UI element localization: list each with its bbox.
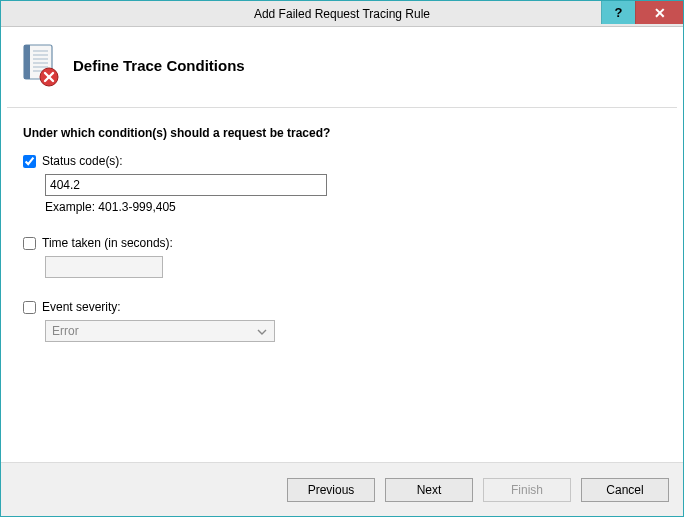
event-severity-value: Error (52, 324, 79, 338)
time-taken-input[interactable] (45, 256, 163, 278)
time-taken-label: Time taken (in seconds): (42, 236, 173, 250)
content-prompt: Under which condition(s) should a reques… (23, 126, 661, 140)
finish-button[interactable]: Finish (483, 478, 571, 502)
titlebar: Add Failed Request Tracing Rule ? ✕ (1, 1, 683, 27)
event-severity-checkbox[interactable] (23, 301, 36, 314)
event-severity-label: Event severity: (42, 300, 121, 314)
chevron-down-icon (254, 324, 270, 338)
svg-rect-1 (24, 45, 30, 79)
status-codes-input[interactable] (45, 174, 327, 196)
wizard-header: Define Trace Conditions (1, 27, 683, 107)
wizard-content: Under which condition(s) should a reques… (1, 108, 683, 462)
wizard-footer: Previous Next Finish Cancel (1, 462, 683, 516)
titlebar-buttons: ? ✕ (601, 1, 683, 26)
status-codes-label: Status code(s): (42, 154, 123, 168)
help-button[interactable]: ? (601, 1, 635, 24)
cancel-button[interactable]: Cancel (581, 478, 669, 502)
event-severity-select[interactable]: Error (45, 320, 275, 342)
time-taken-checkbox[interactable] (23, 237, 36, 250)
status-codes-block: Status code(s): Example: 401.3-999,405 (23, 154, 661, 214)
wizard-icon (19, 43, 59, 87)
previous-button[interactable]: Previous (287, 478, 375, 502)
event-severity-block: Event severity: Error (23, 300, 661, 342)
window-title: Add Failed Request Tracing Rule (1, 7, 683, 21)
close-icon: ✕ (654, 6, 666, 20)
next-button[interactable]: Next (385, 478, 473, 502)
page-title: Define Trace Conditions (73, 57, 245, 74)
time-taken-block: Time taken (in seconds): (23, 236, 661, 278)
wizard-window: Add Failed Request Tracing Rule ? ✕ (0, 0, 684, 517)
close-button[interactable]: ✕ (635, 1, 683, 24)
status-codes-checkbox[interactable] (23, 155, 36, 168)
status-codes-example: Example: 401.3-999,405 (45, 200, 661, 214)
